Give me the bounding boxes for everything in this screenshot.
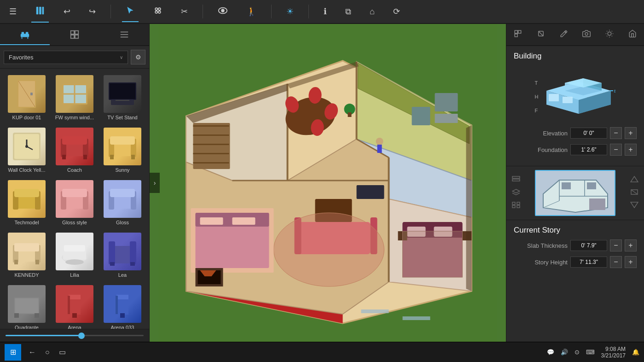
elevation-minus-btn[interactable]: −: [610, 127, 622, 139]
item-coach[interactable]: Coach: [52, 125, 98, 175]
item-thumb-wall-clock: [8, 128, 46, 165]
item-label-sunny: Sunny: [101, 167, 144, 173]
item-techmodel[interactable]: Techmodel: [4, 177, 50, 228]
foundation-plus-btn[interactable]: +: [625, 144, 637, 156]
item-fw-window[interactable]: FW symm wind...: [52, 72, 98, 123]
item-thumb-tv-stand: [104, 75, 141, 113]
tab-furniture[interactable]: [0, 24, 50, 45]
svg-point-158: [376, 138, 383, 145]
item-kennedy[interactable]: KENNEDY: [4, 230, 50, 280]
foundation-value[interactable]: 1' 2.6": [570, 144, 607, 155]
story-height-plus-btn[interactable]: +: [625, 256, 637, 268]
svg-rect-151: [232, 217, 255, 225]
windows-icon: ⊞: [10, 348, 16, 356]
panel-toggle-arrow[interactable]: ›: [150, 173, 160, 193]
minimap-image[interactable]: [535, 170, 615, 216]
svg-marker-167: [466, 125, 472, 291]
sun-tool-btn[interactable]: [603, 27, 616, 43]
svg-rect-192: [563, 97, 573, 103]
svg-rect-146: [193, 162, 229, 163]
top-toolbar: ☰ ↩ ↪ ✂ 🚶 ☀ ℹ ⧉ ⌂ ⟳: [0, 0, 644, 24]
svg-line-198: [512, 193, 516, 195]
floor-layers-icon[interactable]: [512, 189, 520, 197]
view-fit-icon[interactable]: [630, 189, 638, 197]
multi-select-icon[interactable]: [150, 4, 166, 19]
info-icon[interactable]: ℹ: [320, 5, 331, 18]
item-thumb-kup-door: [8, 75, 46, 113]
story-section: Current Story Slab Thickness 0' 7.9" − +…: [506, 220, 644, 278]
view-up-icon[interactable]: [630, 176, 638, 184]
label-F: F: [535, 108, 539, 113]
tray-chat-icon[interactable]: 💬: [547, 349, 554, 356]
share-icon[interactable]: ⟳: [389, 5, 404, 18]
tray-speaker-icon[interactable]: 🔊: [561, 349, 568, 356]
item-label-lea: Lea: [101, 272, 144, 278]
pointer-tool-btn[interactable]: [511, 27, 525, 43]
canvas-area[interactable]: ›: [150, 24, 506, 342]
walk-icon[interactable]: 🚶: [243, 5, 260, 18]
svg-rect-169: [518, 30, 521, 33]
start-button[interactable]: ⊞: [5, 344, 21, 361]
svg-rect-196: [512, 179, 520, 181]
favorites-dropdown[interactable]: Favorites ∨: [4, 51, 128, 64]
undo-icon[interactable]: ↩: [60, 5, 74, 18]
pencil-tool-btn[interactable]: [557, 27, 571, 43]
size-slider-track[interactable]: [6, 335, 144, 336]
view-down-icon[interactable]: [630, 202, 638, 210]
taskbar-back[interactable]: ←: [27, 346, 38, 358]
eye-icon[interactable]: [214, 5, 232, 18]
layers-icon[interactable]: ⧉: [342, 5, 355, 18]
tray-network-icon[interactable]: ⊙: [574, 349, 580, 356]
floor-list-icon[interactable]: [512, 176, 520, 184]
home-export-icon[interactable]: ⌂: [366, 5, 378, 18]
story-height-value[interactable]: 7' 11.3": [570, 257, 607, 268]
sun-icon[interactable]: ☀: [283, 5, 297, 18]
item-sunny[interactable]: Sunny: [99, 125, 145, 175]
item-thumb-gloss: [104, 180, 141, 218]
slab-minus-btn[interactable]: −: [610, 239, 622, 251]
taskbar-circle[interactable]: ○: [43, 346, 52, 358]
slab-plus-btn[interactable]: +: [625, 239, 637, 251]
item-kup-door[interactable]: KUP door 01: [4, 72, 50, 123]
svg-rect-211: [587, 182, 596, 189]
item-arena[interactable]: Arena: [52, 282, 98, 329]
left-tabs: [0, 24, 149, 46]
item-lea[interactable]: Lea: [99, 230, 145, 280]
item-tv-stand[interactable]: TV Set Stand: [99, 72, 145, 123]
story-height-minus-btn[interactable]: −: [610, 256, 622, 268]
tab-list[interactable]: [99, 24, 149, 45]
svg-rect-15: [75, 31, 78, 34]
stamp-tool-btn[interactable]: [534, 27, 548, 43]
floor-plan: [150, 24, 506, 342]
svg-rect-195: [512, 176, 520, 178]
svg-rect-12: [22, 37, 23, 39]
elevation-plus-btn[interactable]: +: [625, 127, 637, 139]
svg-rect-11: [26, 32, 29, 35]
tray-keyboard-icon[interactable]: ⌨: [586, 349, 595, 356]
taskbar-rect[interactable]: ▭: [57, 346, 68, 358]
item-gloss[interactable]: Gloss: [99, 177, 145, 228]
tray-notifications-icon[interactable]: 🔔: [632, 349, 639, 356]
item-gloss-style[interactable]: Gloss style: [52, 177, 98, 228]
menu-icon[interactable]: ☰: [6, 5, 20, 18]
elevation-value[interactable]: 0' 0": [570, 128, 607, 139]
tab-design[interactable]: [50, 24, 99, 45]
settings-button[interactable]: ⚙: [131, 50, 145, 64]
scissors-icon[interactable]: ✂: [177, 5, 191, 18]
item-lilia[interactable]: Lilia: [52, 230, 98, 280]
library-icon[interactable]: [31, 4, 49, 20]
floor-grid-icon[interactable]: [512, 202, 520, 210]
item-quadrante[interactable]: Quadrante: [4, 282, 50, 329]
camera-tool-btn[interactable]: [580, 27, 593, 43]
redo-icon[interactable]: ↪: [85, 5, 99, 18]
slab-value[interactable]: 0' 7.9": [570, 240, 607, 251]
size-slider-thumb[interactable]: [78, 333, 85, 339]
svg-rect-43: [83, 155, 87, 159]
svg-rect-49: [131, 155, 135, 159]
select-icon[interactable]: [122, 4, 139, 19]
foundation-minus-btn[interactable]: −: [610, 144, 622, 156]
item-arena033[interactable]: Arena 033: [99, 282, 145, 329]
foundation-label: Foundation: [514, 146, 568, 153]
item-wall-clock[interactable]: Wall Clock Yell...: [4, 125, 50, 175]
house-tool-btn[interactable]: [626, 27, 639, 43]
